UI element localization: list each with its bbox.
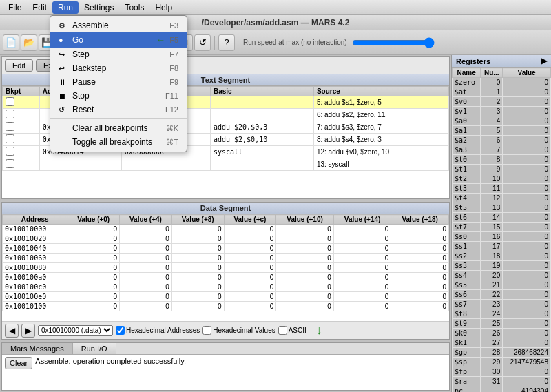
basic-cell: addu $20,$0,3 xyxy=(210,121,313,134)
reg-value-cell: 0 xyxy=(503,136,551,145)
hex-values-checkbox[interactable] xyxy=(202,326,211,335)
reg-name-cell: $s3 xyxy=(453,261,481,271)
reset-icon: ↺ xyxy=(59,105,68,114)
reg-name-cell: $t2 xyxy=(453,174,481,184)
reg-value-cell: 2147479548 xyxy=(503,358,551,367)
data-v8-cell: 0 xyxy=(171,302,224,311)
ascii-label[interactable]: ASCII xyxy=(278,326,306,335)
data-col-v0: Value (+0) xyxy=(67,215,120,225)
menu-backstep[interactable]: ↩ Backstep F8 xyxy=(50,61,187,75)
menu-reset[interactable]: ↺ Reset F12 xyxy=(50,103,187,116)
run-io-tab[interactable]: Run I/O xyxy=(73,343,116,354)
register-row: $zero 0 0 xyxy=(453,78,551,87)
reg-value-cell: 0 xyxy=(503,271,551,280)
data-address-select[interactable]: 0x10010000 (.data) xyxy=(38,325,113,336)
stop-label: Stop xyxy=(72,91,161,101)
data-nav-next[interactable]: ▶ xyxy=(21,324,35,338)
data-addr-cell: 0x100100c0 xyxy=(3,282,67,292)
reset-btn[interactable]: ↺ xyxy=(194,34,211,51)
bkpt-cell[interactable] xyxy=(3,96,40,109)
mars-messages-tab[interactable]: Mars Messages xyxy=(2,343,73,354)
data-v8-cell: 0 xyxy=(171,244,224,254)
reg-name-cell: $s7 xyxy=(453,300,481,309)
reg-value-cell: 0 xyxy=(503,203,551,213)
data-col-v18: Value (+18) xyxy=(391,215,449,225)
registers-expand[interactable]: ▶ xyxy=(541,56,547,65)
help-btn[interactable]: ? xyxy=(218,34,235,51)
reg-num-cell: 11 xyxy=(481,184,503,194)
register-row: $s3 19 0 xyxy=(453,261,551,271)
menu-assemble[interactable]: ⚙ Assemble F3 xyxy=(50,19,187,32)
basic-cell xyxy=(210,109,313,121)
pause-icon: ⏸ xyxy=(59,78,68,86)
reg-num-cell: 3 xyxy=(481,107,503,116)
reg-value-cell: 0 xyxy=(503,165,551,174)
menu-step[interactable]: ↪ Step F7 xyxy=(50,48,187,61)
data-addr-cell: 0x10010060 xyxy=(3,254,67,263)
register-row: $t8 24 0 xyxy=(453,309,551,319)
bkpt-cell[interactable] xyxy=(3,109,40,121)
register-row: $sp 29 2147479548 xyxy=(453,358,551,367)
data-segment-scroll[interactable]: Address Value (+0) Value (+4) Value (+8)… xyxy=(2,214,449,321)
reg-name-cell: $t0 xyxy=(453,155,481,165)
source-cell: 6: addu $s2, $zero, 11 xyxy=(313,109,448,121)
register-row: $gp 28 268468224 xyxy=(453,348,551,358)
speed-label: Run speed at max (no interaction) xyxy=(243,39,347,46)
reg-name-cell: $v1 xyxy=(453,107,481,116)
ascii-checkbox[interactable] xyxy=(278,326,287,335)
reg-value-cell: 0 xyxy=(503,184,551,194)
bkpt-cell[interactable] xyxy=(3,121,40,134)
data-v8-cell: 0 xyxy=(171,254,224,263)
col-bkpt: Bkpt xyxy=(3,87,40,96)
hex-addresses-checkbox[interactable] xyxy=(116,326,125,335)
go-arrow-icon: ← xyxy=(156,34,165,45)
source-cell: 7: addu $s3, $zero, 7 xyxy=(313,121,448,134)
menu-pause[interactable]: ⏸ Pause F9 xyxy=(50,75,187,89)
speed-slider[interactable] xyxy=(352,37,435,48)
data-addr-cell: 0x100100e0 xyxy=(3,292,67,302)
menu-edit[interactable]: Edit xyxy=(27,1,52,14)
menu-settings[interactable]: Settings xyxy=(79,1,119,14)
bkpt-cell[interactable] xyxy=(3,158,40,171)
reg-num-cell: 28 xyxy=(481,348,503,358)
data-vc-cell: 0 xyxy=(224,273,276,282)
data-v18-cell: 0 xyxy=(391,273,449,282)
reg-name-cell: $a3 xyxy=(453,145,481,155)
registers-scroll[interactable]: Name Nu... Value $zero 0 0 $at 1 0 $v0 2… xyxy=(452,68,551,392)
hex-addresses-label[interactable]: Hexadecimal Addresses xyxy=(116,326,200,335)
register-row: $t5 13 0 xyxy=(453,203,551,213)
open-btn[interactable]: 📂 xyxy=(21,34,37,51)
data-segment-body: 0x10010000 0 0 0 0 0 0 0 0x10010020 0 0 … xyxy=(3,225,449,311)
menu-run[interactable]: Run xyxy=(52,1,79,14)
register-row: $t9 25 0 xyxy=(453,319,551,329)
menu-go[interactable]: ● Go ← F5 xyxy=(50,32,187,48)
menubar: File Edit Run Settings Tools Help xyxy=(0,0,551,15)
backstep-shortcut: F8 xyxy=(169,64,178,72)
reg-value-cell: 268468224 xyxy=(503,348,551,358)
edit-button[interactable]: Edit xyxy=(5,59,33,72)
data-addr-cell: 0x10010080 xyxy=(3,263,67,273)
data-nav-prev[interactable]: ◀ xyxy=(5,324,19,338)
menu-clear-breakpoints[interactable]: Clear all breakpoints ⌘K xyxy=(50,121,187,135)
reg-name-cell: $sp xyxy=(453,358,481,367)
clear-button[interactable]: Clear xyxy=(5,357,32,369)
menu-toggle-breakpoints[interactable]: Toggle all breakpoints ⌘T xyxy=(50,135,187,149)
register-row: $v0 2 0 xyxy=(453,97,551,107)
menu-stop[interactable]: ⏹ Stop F11 xyxy=(50,89,187,103)
menu-help[interactable]: Help xyxy=(149,1,178,14)
bkpt-cell[interactable] xyxy=(3,146,40,158)
register-row: $s5 21 0 xyxy=(453,280,551,290)
bkpt-cell[interactable] xyxy=(3,134,40,146)
new-btn[interactable]: 📄 xyxy=(3,34,19,51)
step-shortcut: F7 xyxy=(169,50,178,59)
reg-num-cell: 9 xyxy=(481,165,503,174)
reg-name-cell: $zero xyxy=(453,78,481,87)
register-row: $s7 23 0 xyxy=(453,300,551,309)
data-row: 0x10010080 0 0 0 0 0 0 0 xyxy=(3,263,449,273)
pause-label: Pause xyxy=(72,77,165,87)
hex-values-label[interactable]: Hexadecimal Values xyxy=(202,326,275,335)
data-v14-cell: 0 xyxy=(333,282,391,292)
data-row: 0x10010060 0 0 0 0 0 0 0 xyxy=(3,254,449,263)
menu-tools[interactable]: Tools xyxy=(119,1,149,14)
menu-file[interactable]: File xyxy=(3,1,27,14)
